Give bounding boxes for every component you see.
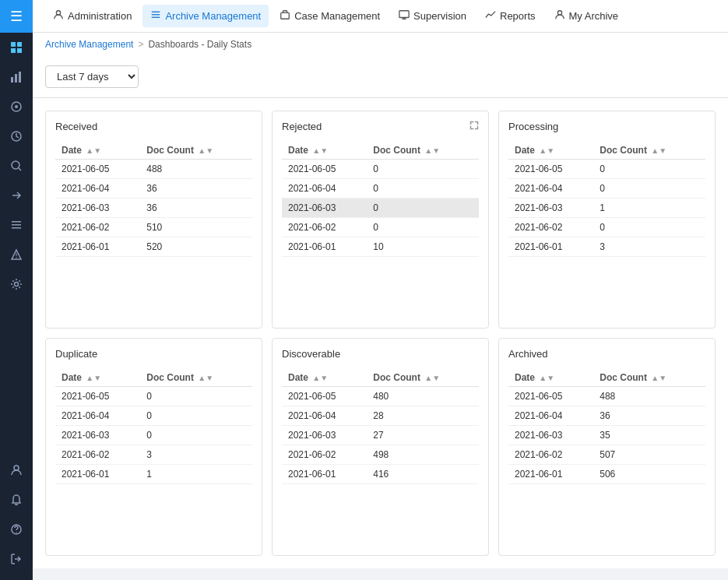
col-header-count[interactable]: Doc Count ▲▼	[593, 142, 705, 160]
cell-date: 2021-06-04	[282, 406, 367, 426]
svg-rect-15	[16, 257, 17, 258]
col-header-date[interactable]: Date ▲▼	[508, 142, 593, 160]
cell-date: 2021-06-01	[55, 465, 140, 484]
table-row[interactable]: 2021-06-050	[55, 387, 252, 406]
sidebar-item-alert[interactable]	[0, 240, 33, 269]
col-header-count[interactable]: Doc Count ▲▼	[593, 369, 705, 387]
table-row[interactable]: 2021-06-020	[508, 218, 705, 237]
cell-date: 2021-06-03	[508, 199, 593, 218]
sidebar-item-arrow[interactable]	[0, 181, 33, 210]
table-row[interactable]: 2021-06-023	[55, 445, 252, 465]
sidebar-item-history[interactable]	[0, 121, 33, 151]
breadcrumb-link[interactable]: Archive Management	[45, 39, 133, 50]
col-header-count[interactable]: Doc Count ▲▼	[140, 142, 252, 160]
stat-table: Date ▲▼ Doc Count ▲▼ 2021-06-054802021-0…	[282, 369, 479, 484]
table-row[interactable]: 2021-06-0436	[55, 179, 252, 199]
table-row[interactable]: 2021-06-01520	[55, 237, 252, 257]
cell-count: 0	[367, 160, 479, 179]
table-row[interactable]: 2021-06-050	[508, 160, 705, 179]
user-icon	[53, 9, 64, 23]
dashboard-grid: Received Date ▲▼ Doc Count ▲▼ 2021-06-05…	[45, 111, 716, 556]
sidebar-item-flag[interactable]	[0, 92, 33, 121]
table-row[interactable]: 2021-06-0327	[282, 426, 479, 445]
col-header-count[interactable]: Doc Count ▲▼	[367, 142, 479, 160]
cell-count: 0	[593, 160, 705, 179]
table-row[interactable]: 2021-06-040	[282, 179, 479, 199]
table-row[interactable]: 2021-06-02498	[282, 445, 479, 465]
sidebar-item-notification[interactable]	[0, 485, 33, 515]
col-header-date[interactable]: Date ▲▼	[55, 142, 140, 160]
nav-item-supervision[interactable]: Supervision	[391, 5, 474, 27]
sidebar-item-analytics[interactable]	[0, 62, 33, 92]
svg-point-17	[14, 466, 19, 470]
table-row[interactable]: 2021-06-0336	[55, 199, 252, 218]
svg-rect-13	[12, 227, 21, 229]
cell-date: 2021-06-04	[55, 179, 140, 199]
table-row[interactable]: 2021-06-0335	[508, 426, 705, 445]
col-header-date[interactable]: Date ▲▼	[282, 142, 367, 160]
table-row[interactable]: 2021-06-040	[508, 179, 705, 199]
svg-rect-12	[12, 224, 21, 226]
table-row[interactable]: 2021-06-013	[508, 237, 705, 257]
table-row[interactable]: 2021-06-05488	[55, 160, 252, 179]
chart-icon	[485, 9, 496, 23]
table-row[interactable]: 2021-06-031	[508, 199, 705, 218]
col-header-count[interactable]: Doc Count ▲▼	[140, 369, 252, 387]
breadcrumb: Archive Management > Dashboards - Daily …	[33, 33, 728, 56]
table-row[interactable]: 2021-06-040	[55, 406, 252, 426]
col-header-date[interactable]: Date ▲▼	[282, 369, 367, 387]
col-header-count[interactable]: Doc Count ▲▼	[367, 369, 479, 387]
col-header-date[interactable]: Date ▲▼	[55, 369, 140, 387]
sidebar-item-user[interactable]	[0, 455, 33, 485]
table-row[interactable]: 2021-06-05480	[282, 387, 479, 406]
sidebar-item-dashboard[interactable]	[0, 33, 33, 62]
nav-item-my-archive[interactable]: My Archive	[547, 5, 627, 27]
table-row[interactable]: 2021-06-02510	[55, 218, 252, 237]
table-row[interactable]: 2021-06-030	[282, 199, 479, 218]
nav-item-administration[interactable]: Administration	[45, 5, 139, 27]
cell-count: 0	[140, 406, 252, 426]
card-title: Duplicate	[55, 348, 252, 360]
nav-item-archive-management[interactable]: Archive Management	[142, 5, 269, 27]
table-row[interactable]: 2021-06-01506	[508, 465, 705, 484]
table-row[interactable]: 2021-06-02507	[508, 445, 705, 465]
cell-date: 2021-06-02	[282, 218, 367, 237]
card-title-text: Discoverable	[282, 348, 340, 360]
table-row[interactable]: 2021-06-0436	[508, 406, 705, 426]
sort-icon-date: ▲▼	[86, 374, 101, 382]
cell-count: 520	[140, 237, 252, 257]
table-row[interactable]: 2021-06-020	[282, 218, 479, 237]
cell-date: 2021-06-01	[282, 465, 367, 484]
sidebar-item-logout[interactable]	[0, 544, 33, 574]
sidebar-item-settings[interactable]	[0, 269, 33, 299]
table-row[interactable]: 2021-06-030	[55, 426, 252, 445]
nav-item-reports[interactable]: Reports	[477, 5, 543, 27]
expand-icon[interactable]	[470, 121, 479, 132]
card-title: Discoverable	[282, 348, 479, 360]
cell-count: 1	[593, 199, 705, 218]
card-title: Rejected	[282, 121, 479, 132]
table-row[interactable]: 2021-06-0110	[282, 237, 479, 257]
col-header-date[interactable]: Date ▲▼	[508, 369, 593, 387]
stat-table: Date ▲▼ Doc Count ▲▼ 2021-06-054882021-0…	[55, 142, 252, 257]
date-range-select[interactable]: Last 7 days Last 30 days Last 90 days Cu…	[45, 65, 139, 88]
dashboard-scroll-area[interactable]: Received Date ▲▼ Doc Count ▲▼ 2021-06-05…	[33, 98, 728, 580]
sidebar-item-search[interactable]	[0, 151, 33, 181]
svg-rect-25	[399, 11, 409, 18]
table-row[interactable]: 2021-06-050	[282, 160, 479, 179]
cell-date: 2021-06-03	[55, 199, 140, 218]
sidebar-logo[interactable]: ☰	[0, 0, 33, 33]
cell-count: 498	[367, 445, 479, 465]
card-title-text: Archived	[508, 348, 548, 360]
sidebar-item-help[interactable]	[0, 515, 33, 544]
table-row[interactable]: 2021-06-05488	[508, 387, 705, 406]
table-row[interactable]: 2021-06-011	[55, 465, 252, 484]
table-row[interactable]: 2021-06-0428	[282, 406, 479, 426]
cell-date: 2021-06-03	[55, 426, 140, 445]
cell-date: 2021-06-05	[508, 160, 593, 179]
sidebar-item-list[interactable]	[0, 210, 33, 240]
svg-rect-14	[16, 253, 17, 256]
table-row[interactable]: 2021-06-01416	[282, 465, 479, 484]
nav-label-my-archive: My Archive	[569, 10, 619, 22]
nav-item-case-management[interactable]: Case Management	[272, 5, 388, 27]
